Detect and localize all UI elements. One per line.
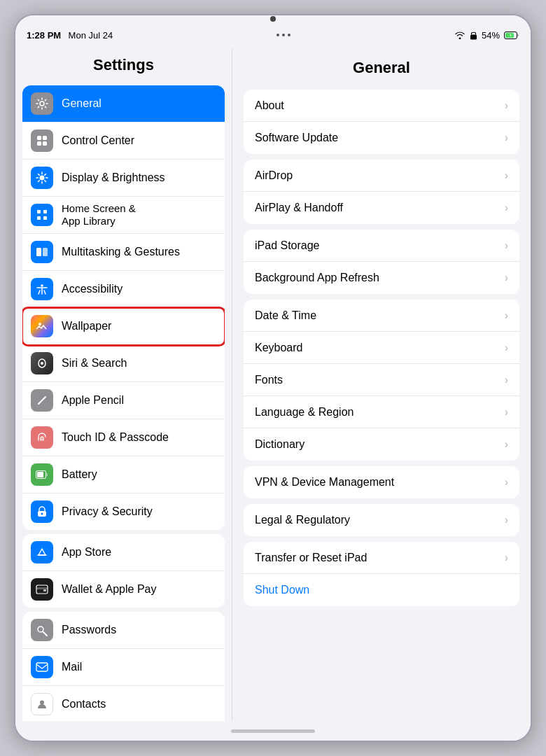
home-screen-icon	[31, 204, 53, 226]
svg-rect-0	[470, 34, 477, 39]
detail-group-vpn: VPN & Device Management ›	[244, 466, 519, 498]
sidebar-home-screen-label: Home Screen &App Library	[62, 202, 136, 227]
transfer-reset-chevron: ›	[505, 552, 508, 564]
status-right: 54%	[454, 30, 519, 41]
detail-item-software-update[interactable]: Software Update ›	[244, 122, 519, 154]
control-center-icon	[31, 130, 53, 152]
fonts-label: Fonts	[255, 374, 283, 386]
detail-item-airplay[interactable]: AirPlay & Handoff ›	[244, 192, 519, 224]
detail-item-fonts[interactable]: Fonts ›	[244, 364, 519, 396]
detail-group-storage: iPad Storage › Background App Refresh ›	[244, 230, 519, 294]
passwords-icon	[31, 619, 53, 641]
language-region-chevron: ›	[505, 406, 508, 419]
home-indicator	[231, 729, 315, 733]
detail-group-reset: Transfer or Reset iPad › Shut Down	[244, 542, 519, 606]
sidebar-item-app-store[interactable]: App Store	[22, 534, 225, 571]
sidebar-item-touch-id[interactable]: Touch ID & Passcode	[22, 419, 225, 456]
sidebar-item-wallet[interactable]: Wallet & Apple Pay	[22, 571, 225, 608]
airplay-label: AirPlay & Handoff	[255, 202, 343, 214]
airdrop-chevron: ›	[505, 169, 508, 182]
sidebar-item-accessibility[interactable]: Accessibility	[22, 271, 225, 308]
svg-point-18	[41, 362, 43, 365]
airdrop-label: AirDrop	[255, 169, 293, 182]
sidebar-item-mail[interactable]: Mail	[22, 649, 225, 686]
detail-item-date-time[interactable]: Date & Time ›	[244, 300, 519, 332]
svg-point-31	[40, 701, 44, 705]
sidebar-item-multitasking[interactable]: Multitasking & Gestures	[22, 234, 225, 271]
detail-item-transfer-reset[interactable]: Transfer or Reset iPad ›	[244, 542, 519, 574]
dictionary-label: Dictionary	[255, 438, 304, 451]
sidebar-item-wallpaper[interactable]: Wallpaper	[22, 308, 225, 345]
sidebar-display-label: Display & Brightness	[62, 172, 165, 184]
svg-rect-11	[37, 216, 41, 220]
language-region-label: Language & Region	[255, 406, 354, 419]
svg-rect-26	[36, 587, 48, 589]
home-bar	[15, 721, 531, 741]
detail-title: General	[232, 48, 531, 84]
status-bar: 1:28 PM Mon Jul 24 54%	[15, 22, 531, 48]
sidebar-item-control-center[interactable]: Control Center	[22, 122, 225, 160]
sidebar-mail-label: Mail	[62, 661, 82, 673]
sidebar-item-siri[interactable]: Siri & Search	[22, 345, 225, 382]
sidebar-item-home-screen[interactable]: Home Screen &App Library	[22, 197, 225, 234]
sidebar: Settings General	[15, 48, 232, 721]
battery-icon	[504, 31, 519, 39]
keyboard-chevron: ›	[505, 342, 508, 354]
general-icon	[31, 92, 53, 115]
fonts-chevron: ›	[505, 374, 508, 386]
detail-item-about[interactable]: About ›	[244, 90, 519, 122]
sidebar-app-store-label: App Store	[62, 546, 111, 559]
legal-label: Legal & Regulatory	[255, 514, 350, 526]
dictionary-chevron: ›	[505, 438, 508, 451]
detail-panel: General About › Software Update › AirDro…	[232, 48, 531, 721]
wallpaper-icon	[31, 315, 53, 337]
wallet-icon	[31, 578, 53, 601]
status-time: 1:28 PM Mon Jul 24	[27, 29, 113, 41]
date-display: Mon Jul 24	[69, 30, 113, 41]
sidebar-scroll[interactable]: General Control Center Dis	[15, 81, 232, 721]
ipad-storage-chevron: ›	[505, 239, 508, 252]
sidebar-control-center-label: Control Center	[62, 134, 134, 147]
svg-rect-6	[37, 141, 41, 146]
detail-item-legal[interactable]: Legal & Regulatory ›	[244, 504, 519, 536]
sidebar-item-apple-pencil[interactable]: Apple Pencil	[22, 382, 225, 419]
sidebar-apple-pencil-label: Apple Pencil	[62, 394, 124, 407]
sidebar-item-passwords[interactable]: Passwords	[22, 612, 225, 649]
date-time-label: Date & Time	[255, 309, 316, 322]
sidebar-item-general[interactable]: General	[22, 85, 225, 122]
svg-rect-7	[43, 141, 47, 146]
contacts-icon	[31, 693, 53, 715]
software-update-label: Software Update	[255, 132, 338, 144]
settings-group-store: App Store Wallet & Apple Pay	[22, 534, 225, 608]
svg-rect-14	[43, 248, 48, 256]
detail-item-keyboard[interactable]: Keyboard ›	[244, 332, 519, 364]
background-refresh-chevron: ›	[505, 272, 508, 284]
display-icon	[31, 167, 53, 189]
svg-rect-12	[43, 216, 47, 220]
apple-pencil-icon	[31, 389, 53, 412]
detail-item-shut-down[interactable]: Shut Down	[244, 574, 519, 606]
sidebar-item-display[interactable]: Display & Brightness	[22, 160, 225, 197]
legal-chevron: ›	[505, 514, 508, 526]
about-label: About	[255, 99, 284, 112]
detail-item-dictionary[interactable]: Dictionary ›	[244, 428, 519, 461]
sidebar-item-contacts[interactable]: Contacts	[22, 686, 225, 721]
detail-item-airdrop[interactable]: AirDrop ›	[244, 160, 519, 192]
svg-point-15	[41, 284, 43, 287]
sidebar-item-battery[interactable]: Battery	[22, 456, 225, 493]
sidebar-accessibility-label: Accessibility	[62, 283, 122, 295]
touch-id-icon	[31, 426, 53, 449]
svg-rect-30	[36, 663, 48, 671]
detail-item-ipad-storage[interactable]: iPad Storage ›	[244, 230, 519, 262]
detail-item-language-region[interactable]: Language & Region ›	[244, 396, 519, 428]
detail-item-vpn[interactable]: VPN & Device Management ›	[244, 466, 519, 498]
settings-group-system: General Control Center Dis	[22, 85, 225, 530]
sidebar-battery-label: Battery	[62, 468, 97, 481]
vpn-chevron: ›	[505, 476, 508, 489]
detail-item-background-refresh[interactable]: Background App Refresh ›	[244, 262, 519, 294]
sidebar-item-privacy[interactable]: Privacy & Security	[22, 493, 225, 530]
accessibility-icon	[31, 278, 53, 300]
app-store-icon	[31, 541, 53, 564]
software-update-chevron: ›	[505, 132, 508, 144]
ipad-storage-label: iPad Storage	[255, 239, 320, 252]
